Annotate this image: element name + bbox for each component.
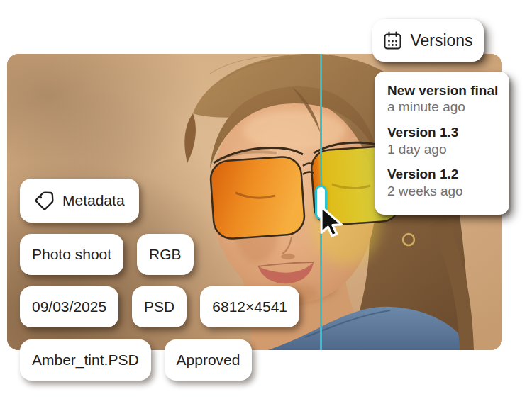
chip-photo-shoot[interactable]: Photo shoot	[20, 234, 123, 275]
version-title: Version 1.3	[387, 125, 497, 140]
calendar-icon	[383, 31, 402, 50]
version-item[interactable]: Version 1.3 1 day ago	[387, 125, 497, 158]
versions-button[interactable]: Versions	[372, 19, 484, 62]
chip-color-mode[interactable]: RGB	[137, 234, 194, 275]
version-time: 2 weeks ago	[387, 183, 497, 201]
version-time: 1 day ago	[387, 141, 497, 159]
versions-panel: New version final a minute ago Version 1…	[375, 72, 509, 215]
chip-file-format[interactable]: PSD	[132, 286, 187, 327]
metadata-button-label: Metadata	[62, 192, 125, 209]
chip-date[interactable]: 09/03/2025	[20, 286, 118, 327]
chip-status[interactable]: Approved	[165, 339, 253, 381]
version-time: a minute ago	[387, 99, 497, 116]
version-item[interactable]: New version final a minute ago	[387, 83, 497, 116]
mouse-cursor-icon	[318, 206, 347, 238]
chip-dimensions[interactable]: 6812×4541	[200, 286, 299, 327]
version-item[interactable]: Version 1.2 2 weeks ago	[387, 167, 497, 200]
tag-icon	[34, 191, 55, 211]
metadata-button[interactable]: Metadata	[20, 179, 139, 223]
page: Versions New version final a minute ago …	[0, 0, 532, 399]
version-title: Version 1.2	[387, 167, 497, 182]
version-title: New version final	[387, 83, 497, 99]
chip-filename[interactable]: Amber_tint.PSD	[20, 339, 151, 381]
versions-button-label: Versions	[410, 31, 472, 50]
